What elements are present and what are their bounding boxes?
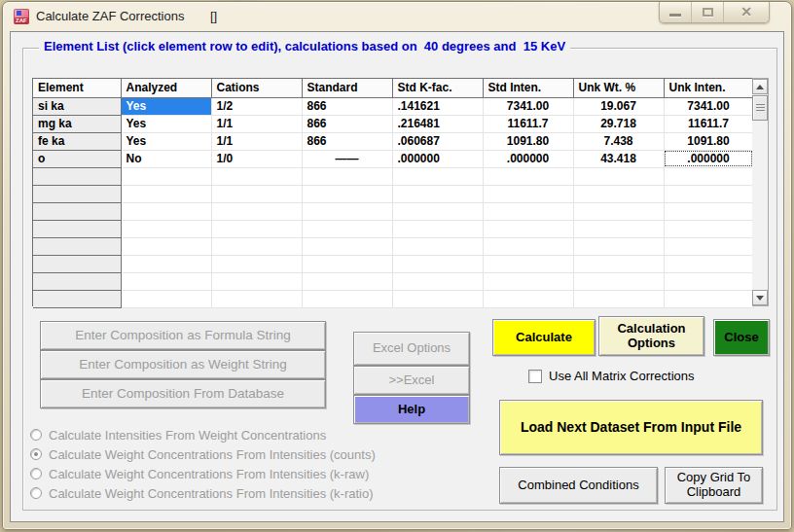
radio-button[interactable] <box>30 468 42 479</box>
grid-cell <box>392 220 483 237</box>
radio-button[interactable] <box>30 429 42 441</box>
grid-cell[interactable]: .000000 <box>664 150 753 167</box>
enter-composition-weight-button[interactable]: Enter Composition as Weight String <box>40 350 326 379</box>
radio-option-row: Calculate Intensities From Weight Concen… <box>30 425 376 444</box>
grid-cell <box>573 202 664 220</box>
grid-cell[interactable]: .141621 <box>392 97 483 115</box>
calculation-mode-radio-group: Calculate Intensities From Weight Concen… <box>30 425 376 503</box>
grid-cell[interactable]: Yes <box>121 97 211 115</box>
grid-cell[interactable]: 1091.80 <box>483 132 573 150</box>
help-button[interactable]: Help <box>353 395 470 424</box>
grid-cell <box>302 185 392 202</box>
radio-button[interactable] <box>30 448 42 460</box>
zaf-app-icon <box>14 9 29 24</box>
copy-grid-to-clipboard-button[interactable]: Copy Grid To Clipboard <box>665 467 763 504</box>
grid-cell <box>302 255 392 272</box>
grid-cell[interactable]: 866 <box>302 115 392 132</box>
grid-cell[interactable]: 11611.7 <box>664 115 753 132</box>
maximize-button[interactable] <box>692 2 724 22</box>
grid-cell <box>33 202 121 220</box>
grid-cell[interactable]: 1/0 <box>211 150 302 167</box>
grid-cell[interactable]: 29.718 <box>573 115 664 132</box>
grid-cell[interactable]: .216481 <box>392 115 483 132</box>
grid-vertical-scrollbar[interactable] <box>752 78 769 306</box>
grid-cell[interactable]: fe ka <box>33 132 121 150</box>
grid-cell[interactable]: —— <box>302 150 392 167</box>
combined-conditions-button[interactable]: Combined Conditions <box>499 467 658 504</box>
scrollbar-grip-icon <box>756 104 765 113</box>
grid-empty-row <box>33 220 753 237</box>
grid-cell[interactable]: .000000 <box>483 150 573 167</box>
grid-cell[interactable]: Yes <box>121 115 211 132</box>
grid-header-row: ElementAnalyzedCationsStandardStd K-fac.… <box>33 79 753 97</box>
grid-column-header: Std K-fac. <box>392 79 483 97</box>
enter-composition-formula-button[interactable]: Enter Composition as Formula String <box>40 321 326 350</box>
calculation-options-button[interactable]: Calculation Options <box>598 316 704 356</box>
grid-cell <box>211 220 302 237</box>
grid-cell[interactable]: o <box>33 150 121 167</box>
grid-empty-row <box>33 290 753 307</box>
grid-cell <box>211 237 302 255</box>
use-all-matrix-corrections-checkbox[interactable] <box>528 370 542 383</box>
title-bar[interactable]: Calculate ZAF Corrections [] ✕ <box>3 2 791 31</box>
grid-cell <box>302 220 392 237</box>
grid-cell[interactable]: 1091.80 <box>664 132 753 150</box>
grid-cell <box>211 272 302 290</box>
scroll-down-button[interactable] <box>752 290 768 305</box>
grid-cell[interactable]: 866 <box>302 97 392 115</box>
grid-cell <box>483 290 573 307</box>
radio-button[interactable] <box>30 487 42 499</box>
grid-cell <box>33 167 121 185</box>
grid-empty-row <box>33 237 753 255</box>
grid-cell <box>121 272 211 290</box>
enter-composition-database-button[interactable]: Enter Composition From Database <box>40 379 326 408</box>
grid-cell[interactable]: 866 <box>302 132 392 150</box>
grid-cell <box>664 202 753 220</box>
grid-empty-row <box>33 255 753 272</box>
grid-cell <box>664 185 753 202</box>
load-next-dataset-button[interactable]: Load Next Dataset From Input File <box>499 400 763 455</box>
grid-cell[interactable]: No <box>121 150 211 167</box>
caption-buttons: ✕ <box>659 2 770 23</box>
grid-cell[interactable]: 1/2 <box>211 97 302 115</box>
grid-cell[interactable]: .000000 <box>392 150 483 167</box>
grid-empty-row <box>33 167 753 185</box>
grid-cell <box>211 185 302 202</box>
grid-cell[interactable]: Yes <box>121 132 211 150</box>
grid-cell <box>33 290 121 307</box>
to-excel-button[interactable]: >>Excel <box>353 366 470 395</box>
element-list-group-label: Element List (click element row to edit)… <box>39 39 570 53</box>
calculate-button[interactable]: Calculate <box>492 319 596 356</box>
grid-cell[interactable]: 1/1 <box>211 115 302 132</box>
element-grid-container: ElementAnalyzedCationsStandardStd K-fac.… <box>32 78 752 306</box>
grid-cell[interactable]: .060687 <box>392 132 483 150</box>
grid-cell[interactable]: mg ka <box>33 115 121 132</box>
grid-cell <box>664 255 753 272</box>
scrollbar-thumb[interactable] <box>752 95 768 121</box>
close-button[interactable]: Close <box>713 319 770 356</box>
grid-cell <box>392 290 483 307</box>
minimize-button[interactable] <box>660 2 692 22</box>
grid-cell[interactable]: 19.067 <box>573 97 664 115</box>
grid-cell <box>573 237 664 255</box>
scroll-up-button[interactable] <box>752 79 768 94</box>
grid-cell[interactable]: 7341.00 <box>664 97 753 115</box>
grid-cell[interactable]: 11611.7 <box>483 115 573 132</box>
grid-cell[interactable]: 7341.00 <box>483 97 573 115</box>
grid-data-row: si kaYes1/2866.1416217341.0019.0677341.0… <box>33 97 753 115</box>
close-window-button[interactable]: ✕ <box>724 2 769 22</box>
grid-cell <box>121 185 211 202</box>
grid-cell <box>121 220 211 237</box>
grid-cell[interactable]: 1/1 <box>211 132 302 150</box>
grid-cell <box>483 167 573 185</box>
grid-cell <box>302 290 392 307</box>
use-all-matrix-corrections-row: Use All Matrix Corrections <box>528 369 695 383</box>
grid-empty-row <box>33 185 753 202</box>
grid-cell <box>664 220 753 237</box>
grid-cell[interactable]: 43.418 <box>573 150 664 167</box>
grid-cell <box>392 237 483 255</box>
radio-label: Calculate Intensities From Weight Concen… <box>49 428 326 443</box>
grid-cell[interactable]: 7.438 <box>573 132 664 150</box>
grid-cell[interactable]: si ka <box>33 97 121 115</box>
excel-options-button[interactable]: Excel Options <box>353 332 470 366</box>
